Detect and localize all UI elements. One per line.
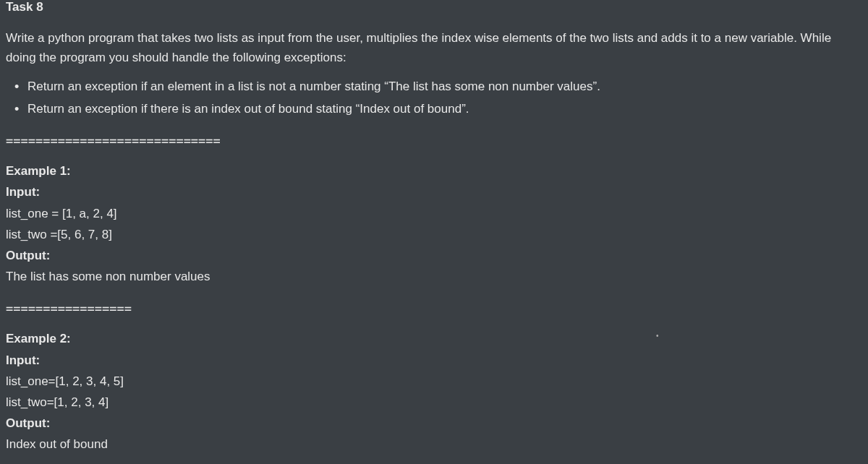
list-one-value: list_one = [1, a, 2, 4] <box>6 204 862 223</box>
task-header: Task 8 <box>6 0 862 17</box>
example-1: Example 1: Input: list_one = [1, a, 2, 4… <box>6 161 862 286</box>
list-two-value: list_two =[5, 6, 7, 8] <box>6 225 862 244</box>
example-title: Example 2: <box>6 329 862 348</box>
input-label: Input: <box>6 182 862 202</box>
dot-marker: • <box>656 330 659 342</box>
list-two-value: list_two=[1, 2, 3, 4] <box>6 392 862 412</box>
example-title: Example 1: <box>6 161 862 181</box>
input-label: Input: <box>6 351 862 370</box>
list-item: Return an exception if an element in a l… <box>27 77 862 96</box>
separator: ================= <box>6 299 862 319</box>
task-description: Write a python program that takes two li… <box>6 28 862 67</box>
exception-list: Return an exception if an element in a l… <box>6 77 862 119</box>
output-label: Output: <box>6 413 862 433</box>
output-value: Index out of bound <box>6 434 862 454</box>
list-one-value: list_one=[1, 2, 3, 4, 5] <box>6 371 862 391</box>
list-item: Return an exception if there is an index… <box>27 99 862 119</box>
example-2: Example 2: Input: list_one=[1, 2, 3, 4, … <box>6 329 862 454</box>
output-label: Output: <box>6 246 862 265</box>
separator: ============================= <box>6 132 862 151</box>
output-value: The list has some non number values <box>6 267 862 286</box>
